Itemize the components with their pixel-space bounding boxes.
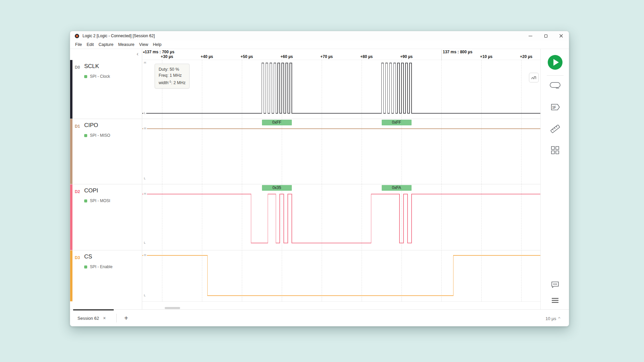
- tab-close-icon[interactable]: ×: [103, 315, 106, 321]
- level-marker-high: H: [143, 192, 147, 196]
- channel-color-strip: [70, 119, 72, 184]
- analyzer-dot-icon: [84, 265, 87, 268]
- ruler-tick-label: +80 µs: [360, 54, 373, 59]
- level-marker-low: L: [143, 177, 146, 180]
- waveform-row-d1[interactable]: HL0xFF0xFF: [142, 119, 540, 184]
- extensions-button[interactable]: [541, 145, 569, 155]
- menu-edit[interactable]: Edit: [84, 42, 96, 47]
- chat-icon: [550, 280, 560, 290]
- analyzer-row[interactable]: SPI - Enable: [84, 264, 112, 269]
- channel-name: COPI: [84, 187, 98, 194]
- menu-measure[interactable]: Measure: [116, 42, 137, 47]
- channel-id: D1: [75, 124, 80, 129]
- analyzers-button[interactable]: 1F: [541, 103, 569, 112]
- analyzer-row[interactable]: SPI - MOSI: [84, 198, 110, 203]
- level-marker-high: H: [143, 127, 147, 130]
- pulse-icon: [531, 75, 537, 80]
- main-menu-button[interactable]: [541, 296, 569, 304]
- channel-name: CIPO: [84, 122, 98, 129]
- device-settings-button[interactable]: [541, 81, 569, 90]
- channel-color-strip: [70, 60, 72, 119]
- tab-bar: Session 62 × + 10 µs ^: [70, 309, 569, 326]
- svg-text:1F: 1F: [552, 106, 556, 109]
- decoded-byte-annotation[interactable]: 0xFF: [382, 120, 412, 125]
- waveform-panel: ◂137 ms : 700 µs 137 ms : 800 µs +30 µs+…: [142, 49, 540, 309]
- menu-bar: FileEditCaptureMeasureViewHelp: [70, 41, 569, 49]
- ruler-primary-timestamp: ◂137 ms : 700 µs: [143, 50, 174, 54]
- channel-label-d3[interactable]: D3CSSPI - Enable: [70, 250, 142, 301]
- ruler-tick-label: +40 µs: [201, 54, 213, 59]
- chevron-up-icon: ^: [558, 317, 560, 320]
- ruler-tick-label: +90 µs: [400, 54, 413, 59]
- zoom-level-value: 10 µs: [545, 316, 556, 321]
- maximize-icon: [544, 35, 547, 38]
- horizontal-scrollbar[interactable]: [142, 301, 540, 309]
- start-capture-button[interactable]: [548, 55, 562, 70]
- ruler-tick-label: +50 µs: [240, 54, 253, 59]
- timeline-marker-icon: ◂: [143, 50, 145, 54]
- tooltip-freq: Freq: 1 MHz: [159, 72, 185, 78]
- tab-separator: [116, 314, 117, 322]
- maximize-button[interactable]: [538, 31, 553, 41]
- ruler-icon: [549, 123, 561, 134]
- scrollbar-thumb[interactable]: [165, 307, 180, 309]
- measurements-button[interactable]: [541, 123, 569, 134]
- level-marker-high: H: [143, 61, 147, 65]
- tab-session[interactable]: Session 62 ×: [73, 311, 114, 325]
- ruler-tick-label: +20 µs: [520, 54, 532, 59]
- waveform-row-d0[interactable]: HL: [142, 60, 540, 119]
- channel-name: SCLK: [84, 63, 99, 70]
- ruler-tick-label: +30 µs: [161, 54, 173, 59]
- channel-label-d0[interactable]: D0SCLKSPI - Clock: [70, 60, 142, 119]
- analyzer-row[interactable]: SPI - Clock: [84, 74, 110, 79]
- channel-color-strip: [70, 184, 72, 250]
- close-button[interactable]: [553, 31, 569, 41]
- channel-label-d1[interactable]: D1CIPOSPI - MISO: [70, 119, 142, 184]
- logic2-window: Logic 2 [Logic - Connected] [Session 62]…: [70, 31, 569, 326]
- decoded-byte-annotation[interactable]: 0x35: [262, 185, 292, 191]
- analyzer-dot-icon: [84, 199, 87, 202]
- tooltip-width: width-1: 2 MHz: [159, 78, 185, 86]
- decoded-byte-annotation[interactable]: 0xFF: [262, 120, 292, 125]
- ruler-tick-label: +60 µs: [280, 54, 293, 59]
- zoom-level-control[interactable]: 10 µs ^: [545, 310, 560, 326]
- analyzer-name: SPI - MOSI: [90, 198, 110, 203]
- ruler-secondary-timestamp: 137 ms : 800 µs: [443, 50, 472, 54]
- clock-measurement-tooltip: Duty: 50 % Freq: 1 MHz width-1: 2 MHz: [155, 64, 190, 88]
- menu-file[interactable]: File: [73, 42, 84, 47]
- minimize-button[interactable]: [523, 31, 538, 41]
- sidebar-divider: [547, 75, 564, 76]
- ruler-boundary-line: [441, 50, 442, 60]
- trace-cipo: [142, 119, 540, 184]
- level-marker-low: L: [143, 111, 146, 115]
- menu-help[interactable]: Help: [151, 42, 164, 47]
- title-bar[interactable]: Logic 2 [Logic - Connected] [Session 62]: [70, 31, 569, 41]
- right-sidebar: 1F: [540, 49, 569, 309]
- analyzer-row[interactable]: SPI - MISO: [84, 133, 110, 138]
- edge-jump-button[interactable]: [529, 73, 539, 82]
- active-tab-indicator: [73, 309, 114, 310]
- collapse-panel-chevron[interactable]: ‹: [137, 51, 139, 57]
- channel-label-d2[interactable]: D2COPISPI - MOSI: [70, 184, 142, 250]
- analyzer-name: SPI - Clock: [90, 74, 110, 79]
- feedback-button[interactable]: [541, 280, 569, 290]
- waveform-row-d2[interactable]: HL0x350xFA: [142, 184, 540, 250]
- ruler-tick-label: +70 µs: [320, 54, 333, 59]
- minimize-icon: [529, 36, 532, 36]
- level-marker-high: H: [143, 253, 147, 257]
- timeline-ruler[interactable]: ◂137 ms : 700 µs 137 ms : 800 µs +30 µs+…: [142, 49, 540, 60]
- blocks-icon: [550, 145, 560, 155]
- play-icon: [548, 55, 562, 70]
- menu-capture[interactable]: Capture: [96, 42, 116, 47]
- level-marker-low: L: [143, 294, 146, 297]
- new-tab-button[interactable]: +: [120, 311, 132, 325]
- channel-id: D3: [75, 255, 80, 260]
- decoded-byte-annotation[interactable]: 0xFA: [382, 185, 412, 191]
- menu-view[interactable]: View: [137, 42, 151, 47]
- device-icon: [549, 81, 561, 90]
- analyzer-dot-icon: [84, 75, 87, 78]
- window-title: Logic 2 [Logic - Connected] [Session 62]: [83, 34, 155, 38]
- waveform-row-d3[interactable]: HL: [142, 250, 540, 301]
- tooltip-duty: Duty: 50 %: [159, 66, 185, 72]
- channel-id: D0: [75, 65, 80, 70]
